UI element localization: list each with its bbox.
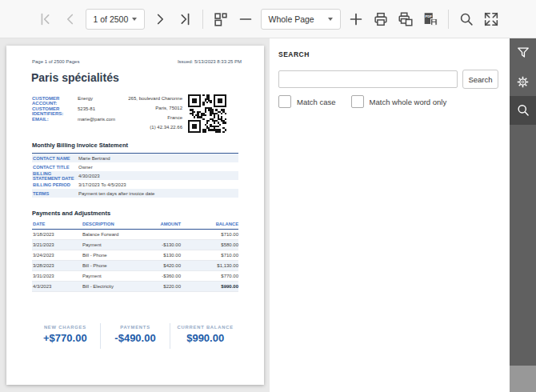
page-organization-button[interactable] — [211, 10, 230, 29]
column-header: AMOUNT — [134, 222, 181, 226]
svg-text:PDF: PDF — [425, 14, 432, 18]
customer-field-row: EMAIL: marie@paris.com — [32, 117, 115, 122]
search-panel-title: SEARCH — [278, 50, 310, 58]
cell-amount: $130.00 — [134, 253, 181, 258]
toolbar-search-button[interactable] — [457, 10, 476, 29]
statement-value: Payment ten days after invoice date — [78, 191, 154, 196]
zoom-out-button[interactable] — [236, 10, 255, 29]
match-whole-word-label: Match whole word only — [370, 98, 447, 106]
cell-description: Balance Forward — [82, 232, 134, 237]
cell-description: Payment — [82, 242, 134, 247]
previous-page-button[interactable] — [61, 10, 80, 29]
statement-value: Marie Bertrand — [78, 156, 110, 161]
export-button[interactable]: PDF — [421, 10, 440, 29]
table-row: 3/28/2023 Bill - Phone $420.00 $1,130.00 — [32, 261, 238, 271]
search-panel: SEARCH Search Match case Match whole wor… — [270, 38, 510, 392]
statement-label: BILLING STATEMENT DATE — [32, 171, 78, 181]
summary-cell-payments: PAYMENTS -$490.00 — [100, 323, 171, 349]
page-organization-icon — [212, 10, 230, 28]
qr-code — [188, 94, 226, 133]
minus-icon — [237, 10, 254, 28]
summary-value: -$490.00 — [101, 332, 170, 344]
table-row: 3/31/2023 Payment -$360.00 $770.00 — [32, 271, 238, 282]
statement-row: CONTACT TITLE Owner — [32, 162, 238, 171]
cell-date: 3/18/2023 — [32, 232, 82, 237]
company-title: Paris spécialités — [31, 71, 119, 84]
page-number-select[interactable]: 1 of 2500 — [86, 9, 145, 30]
previous-page-icon — [62, 10, 79, 28]
field-label: EMAIL: — [32, 117, 78, 122]
cell-balance: $710.00 — [181, 232, 238, 237]
cell-date: 3/21/2023 — [32, 242, 82, 247]
statement-table: CONTACT NAME Marie Bertrand CONTACT TITL… — [32, 153, 238, 198]
sidebar-tab-search[interactable] — [510, 96, 536, 125]
match-whole-word-checkbox[interactable] — [351, 95, 364, 108]
toolbar: 1 of 2500 Whole Page — [0, 0, 536, 38]
summary-value: $990.00 — [170, 332, 240, 344]
magnifier-icon — [515, 102, 531, 118]
address-line: Paris, 75012 — [155, 106, 182, 110]
page-number-value: 1 of 2500 — [94, 14, 129, 24]
statement-value: Owner — [78, 165, 93, 170]
statement-value: 4/30/2023 — [78, 174, 100, 178]
cell-amount: -$130.00 — [134, 242, 181, 247]
sidebar-tab-settings[interactable] — [510, 67, 536, 96]
table-row: 4/3/2023 Bill - Electricity $220.00 $990… — [32, 282, 238, 292]
column-header: BALANCE — [181, 222, 238, 226]
match-case-checkbox[interactable] — [278, 95, 291, 108]
table-row: 3/18/2023 Balance Forward $710.00 — [32, 230, 238, 240]
pdf-export-icon: PDF — [422, 10, 439, 28]
summary-cell-current-balance: CURRENT BALANCE $990.00 — [170, 323, 240, 349]
cell-amount: $420.00 — [134, 263, 181, 268]
print-page-button[interactable] — [396, 10, 415, 29]
search-options-row: Match case Match whole word only — [278, 95, 446, 108]
statement-row: BILLING PERIOD 3/17/2023 To 4/5/2023 — [32, 180, 238, 189]
statement-label: BILLING PERIOD — [32, 182, 78, 187]
document-viewer: Page 1 of 2500 Pages Issued: 5/13/2023 8… — [0, 38, 270, 392]
page-info: Page 1 of 2500 Pages — [32, 59, 79, 64]
field-value: marie@paris.com — [78, 117, 115, 122]
zoom-level-value: Whole Page — [269, 14, 314, 24]
customer-field-row: CUSTOMER ACCOUNT: Energy — [32, 96, 93, 106]
cell-date: 4/3/2023 — [32, 284, 82, 289]
fullscreen-icon — [482, 10, 500, 28]
zoom-level-select[interactable]: Whole Page — [261, 9, 341, 30]
cell-balance: $770.00 — [181, 274, 238, 278]
cell-description: Payment — [82, 274, 134, 278]
issued-date: Issued: 5/13/2023 8:33:25 PM — [178, 59, 242, 64]
cell-balance: $1,130.00 — [181, 263, 238, 268]
document-page: Page 1 of 2500 Pages Issued: 5/13/2023 8… — [6, 46, 264, 385]
search-input[interactable] — [278, 70, 458, 88]
chevron-down-icon — [132, 18, 137, 21]
address-line: 265, boulevard Charonne — [128, 96, 182, 101]
last-page-button[interactable] — [175, 10, 194, 29]
match-case-label: Match case — [297, 98, 336, 106]
sidebar-tab-parameters[interactable] — [510, 38, 536, 67]
table-row: 3/21/2023 Payment -$130.00 $580.00 — [32, 240, 238, 250]
next-page-button[interactable] — [150, 10, 170, 29]
search-button[interactable]: Search — [462, 70, 498, 89]
column-header: DESCRIPTION — [82, 222, 134, 226]
printer-icon — [372, 10, 390, 28]
summary-cell-new-charges: NEW CHARGES +$770.00 — [30, 323, 100, 349]
gear-icon — [515, 74, 530, 90]
sidebar-bottom-strip — [510, 366, 536, 392]
statement-row: BILLING STATEMENT DATE 4/30/2023 — [32, 171, 238, 180]
fullscreen-button[interactable] — [482, 10, 501, 29]
cell-date: 3/31/2023 — [32, 274, 82, 278]
first-page-button[interactable] — [36, 10, 55, 29]
cell-description: Bill - Electricity — [82, 284, 134, 289]
summary-value: +$770.00 — [30, 332, 100, 344]
cell-balance: $580.00 — [181, 242, 238, 247]
column-header: DATE — [32, 222, 82, 226]
payments-heading: Payments and Adjustments — [32, 210, 110, 217]
cell-date: 3/28/2023 — [32, 263, 82, 268]
sidebar — [510, 38, 536, 392]
cell-balance: $710.00 — [181, 253, 238, 258]
toolbar-separator — [202, 10, 203, 29]
print-button[interactable] — [371, 10, 390, 29]
statement-label: TERMS — [32, 191, 78, 196]
statement-row: TERMS Payment ten days after invoice dat… — [32, 189, 238, 198]
field-label: CUSTOMER IDENTIFIERS: — [32, 106, 78, 116]
zoom-in-button[interactable] — [346, 10, 366, 29]
